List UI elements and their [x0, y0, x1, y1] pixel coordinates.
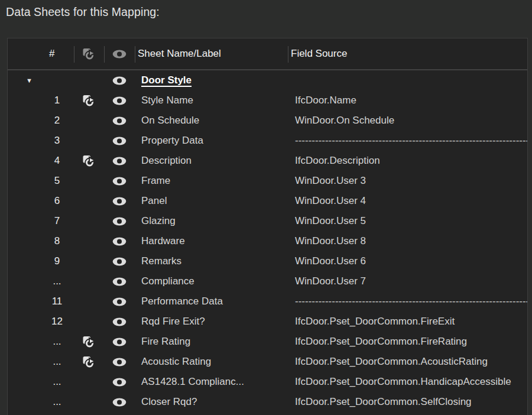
visibility-cell: [104, 392, 135, 412]
field-source: IfcDoor.Pset_DoorCommon.AcousticRating: [288, 352, 527, 372]
visibility-eye-icon[interactable]: [112, 157, 126, 166]
sheet-name-label: Acoustic Rating: [141, 356, 211, 368]
visibility-eye-icon[interactable]: [112, 96, 126, 105]
field-source: WinDoor.User 8: [288, 231, 527, 251]
sheet-name-cell: Description: [135, 151, 288, 171]
update-cell: [74, 372, 104, 392]
tree-cell: ▼: [8, 90, 44, 111]
table-row[interactable]: ▼ ... Compliance WinD: [8, 271, 527, 291]
tree-cell: ▼: [8, 271, 44, 291]
update-cell: [74, 191, 104, 211]
sheet-name-label: Remarks: [141, 255, 181, 267]
sheet-name-label: Panel: [141, 195, 167, 207]
visibility-eye-icon[interactable]: [112, 277, 126, 286]
table-row[interactable]: ▼ ... Closer Rqd? Ifc: [8, 392, 527, 412]
mapping-update-icon: [83, 155, 95, 167]
tree-cell: ▼: [8, 312, 44, 332]
field-source: IfcDoor.Pset_DoorCommon.SelfClosing: [288, 392, 527, 412]
table-row[interactable]: ▼ ... Acoustic Rating: [8, 352, 527, 372]
sheet-name-label: On Schedule: [141, 115, 199, 127]
visibility-eye-icon[interactable]: [112, 338, 126, 346]
visibility-cell: [104, 291, 135, 312]
row-number: ...: [44, 392, 74, 412]
row-number: 8: [44, 231, 74, 251]
update-cell: [74, 352, 104, 372]
table-row[interactable]: ▼ 3 Property Data ---: [8, 131, 527, 151]
row-number: 11: [44, 291, 74, 312]
visibility-eye-icon[interactable]: [112, 358, 126, 367]
visibility-eye-icon[interactable]: [112, 257, 126, 266]
update-cell: [74, 90, 104, 111]
visibility-cell: [104, 251, 135, 271]
mapping-update-icon: [83, 336, 95, 348]
table-row[interactable]: ▼ 9 Remarks WinDoor.U: [8, 251, 527, 271]
table-row[interactable]: ▼ 7 Glazing WinDoor.U: [8, 211, 527, 231]
field-source: WinDoor.User 5: [288, 211, 527, 231]
row-number: 2: [44, 111, 74, 131]
table-row[interactable]: ▼ ... Fire Rating Ifc: [8, 332, 527, 352]
table-row[interactable]: ▼ 11 Performance Data: [8, 291, 527, 312]
table-row[interactable]: ▼ Door Style: [8, 70, 527, 90]
disclosure-triangle-icon[interactable]: ▼: [8, 77, 33, 84]
table-row[interactable]: ▼ 12 Rqd Fire Exit? I: [8, 312, 527, 332]
table-row[interactable]: ▼ 6 Panel WinDoor.Use: [8, 191, 527, 211]
visibility-cell: [104, 271, 135, 291]
column-divider: [104, 46, 105, 63]
table-row[interactable]: ▼ 2 On Schedule WinDo: [8, 111, 527, 131]
tree-cell: ▼: [8, 251, 44, 271]
visibility-eye-icon[interactable]: [112, 317, 126, 326]
row-number: 4: [44, 151, 74, 171]
sheet-name-cell: Property Data: [135, 131, 288, 151]
table-row[interactable]: ▼ 1 Style Name IfcDoo: [8, 90, 527, 111]
field-source: WinDoor.User 4: [288, 191, 527, 211]
column-divider: [288, 46, 288, 63]
visibility-eye-icon: [112, 50, 126, 59]
visibility-eye-icon[interactable]: [112, 237, 126, 246]
sheet-name-cell: On Schedule: [135, 111, 288, 131]
row-number: 7: [44, 211, 74, 231]
sheet-name-label: Glazing: [141, 215, 176, 227]
tree-cell: ▼: [8, 111, 44, 131]
update-cell: [74, 251, 104, 271]
table-row[interactable]: ▼ 5 Frame WinDoor.Use: [8, 171, 527, 191]
sheet-name-label: Compliance: [141, 275, 194, 287]
field-source: WinDoor.User 6: [288, 251, 527, 271]
row-number: 1: [44, 90, 74, 111]
page-title: Data Sheets for this Mapping:: [6, 5, 160, 19]
sheet-name-cell: Panel: [135, 191, 288, 211]
visibility-eye-icon[interactable]: [112, 137, 126, 145]
sheet-name-cell: Frame: [135, 171, 288, 191]
table-row[interactable]: ▼ 4 Description IfcDo: [8, 151, 527, 171]
visibility-eye-icon[interactable]: [112, 76, 126, 85]
field-source: IfcDoor.Name: [288, 90, 527, 111]
visibility-cell: [104, 352, 135, 372]
update-cell: [74, 231, 104, 251]
sheet-name-cell: Glazing: [135, 211, 288, 231]
mapping-update-icon: [83, 48, 95, 60]
field-source: IfcDoor.Pset_DoorCommon.FireExit: [288, 312, 527, 332]
table-row[interactable]: ▼ ... AS1428.1 Complianc...: [8, 372, 527, 392]
visibility-eye-icon[interactable]: [112, 197, 126, 206]
visibility-eye-icon[interactable]: [112, 116, 126, 125]
update-cell: [74, 70, 104, 90]
column-header-number: #: [44, 38, 74, 69]
visibility-eye-icon[interactable]: [112, 177, 126, 186]
table-row[interactable]: ▼ 8 Hardware WinDoor.: [8, 231, 527, 251]
field-source: IfcDoor.Description: [288, 151, 527, 171]
data-sheets-table: # Sheet Name/Label: [7, 38, 528, 415]
sheet-name-cell: Acoustic Rating: [135, 352, 288, 372]
update-cell: [74, 312, 104, 332]
visibility-cell: [104, 191, 135, 211]
visibility-cell: [104, 372, 135, 392]
visibility-eye-icon[interactable]: [112, 217, 126, 226]
update-cell: [74, 131, 104, 151]
visibility-eye-icon[interactable]: [112, 378, 126, 387]
column-divider: [135, 46, 135, 63]
visibility-eye-icon[interactable]: [112, 398, 126, 407]
sheet-name-label: Fire Rating: [141, 336, 190, 348]
visibility-eye-icon[interactable]: [112, 297, 126, 306]
tree-cell: ▼: [8, 372, 44, 392]
table-header: # Sheet Name/Label: [8, 38, 527, 70]
field-source: IfcDoor.Pset_DoorCommon.HandicapAccessib…: [288, 372, 527, 392]
visibility-cell: [104, 171, 135, 191]
